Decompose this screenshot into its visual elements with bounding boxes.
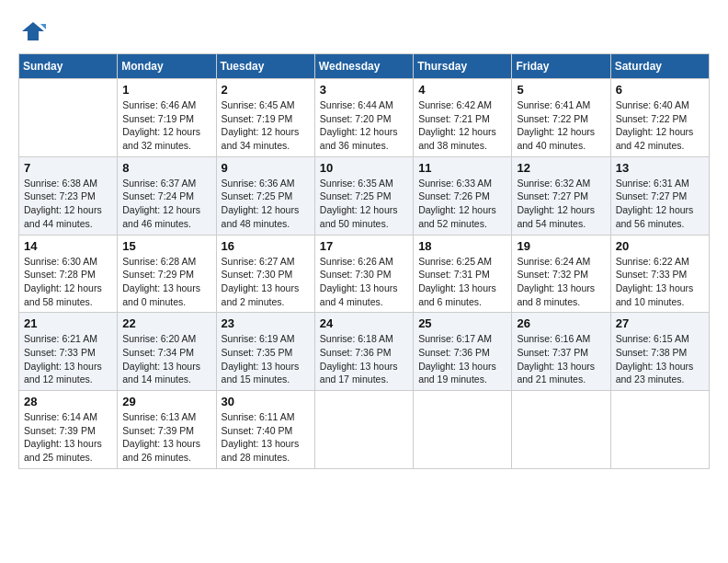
day-number: 9 — [222, 161, 310, 175]
calendar-cell: 18Sunrise: 6:25 AMSunset: 7:31 PMDayligh… — [414, 235, 512, 313]
day-number: 6 — [616, 83, 704, 97]
day-number: 30 — [222, 395, 310, 408]
cell-info: Sunrise: 6:17 AMSunset: 7:36 PMDaylight:… — [418, 332, 506, 386]
cell-info: Sunrise: 6:16 AMSunset: 7:37 PMDaylight:… — [517, 332, 605, 386]
day-number: 22 — [122, 316, 210, 330]
calendar-cell: 11Sunrise: 6:33 AMSunset: 7:26 PMDayligh… — [414, 156, 512, 235]
weekday-header-friday: Friday — [512, 54, 610, 79]
calendar-body: 1Sunrise: 6:46 AMSunset: 7:19 PMDaylight… — [19, 79, 710, 469]
calendar-cell: 19Sunrise: 6:24 AMSunset: 7:32 PMDayligh… — [512, 235, 610, 313]
calendar-cell: 23Sunrise: 6:19 AMSunset: 7:35 PMDayligh… — [216, 313, 314, 391]
day-number: 16 — [222, 239, 310, 253]
calendar-cell: 3Sunrise: 6:44 AMSunset: 7:20 PMDaylight… — [314, 79, 413, 157]
calendar-cell: 21Sunrise: 6:21 AMSunset: 7:33 PMDayligh… — [19, 313, 118, 391]
cell-info: Sunrise: 6:31 AMSunset: 7:27 PMDaylight:… — [616, 177, 704, 231]
day-number: 7 — [24, 161, 112, 175]
weekday-header-wednesday: Wednesday — [314, 54, 413, 79]
calendar-cell: 6Sunrise: 6:40 AMSunset: 7:22 PMDaylight… — [610, 79, 709, 157]
cell-info: Sunrise: 6:28 AMSunset: 7:29 PMDaylight:… — [122, 255, 210, 309]
calendar-cell: 30Sunrise: 6:11 AMSunset: 7:40 PMDayligh… — [216, 391, 314, 469]
day-number: 4 — [418, 83, 506, 97]
cell-info: Sunrise: 6:38 AMSunset: 7:23 PMDaylight:… — [24, 177, 112, 231]
cell-info: Sunrise: 6:18 AMSunset: 7:36 PMDaylight:… — [320, 332, 408, 386]
day-number: 27 — [616, 316, 704, 330]
calendar-cell: 16Sunrise: 6:27 AMSunset: 7:30 PMDayligh… — [216, 235, 314, 313]
svg-marker-1 — [40, 24, 46, 29]
calendar-cell: 25Sunrise: 6:17 AMSunset: 7:36 PMDayligh… — [414, 313, 512, 391]
cell-info: Sunrise: 6:26 AMSunset: 7:30 PMDaylight:… — [320, 255, 408, 309]
page-header — [18, 18, 710, 44]
cell-info: Sunrise: 6:30 AMSunset: 7:28 PMDaylight:… — [24, 255, 112, 309]
cell-info: Sunrise: 6:20 AMSunset: 7:34 PMDaylight:… — [122, 332, 210, 386]
day-number: 14 — [24, 239, 112, 253]
svg-marker-0 — [22, 22, 44, 40]
calendar-cell: 17Sunrise: 6:26 AMSunset: 7:30 PMDayligh… — [314, 235, 413, 313]
weekday-header-row: SundayMondayTuesdayWednesdayThursdayFrid… — [19, 54, 710, 79]
cell-info: Sunrise: 6:40 AMSunset: 7:22 PMDaylight:… — [616, 98, 704, 153]
day-number: 17 — [320, 239, 408, 253]
calendar-cell — [610, 391, 709, 469]
cell-info: Sunrise: 6:32 AMSunset: 7:27 PMDaylight:… — [517, 177, 605, 231]
weekday-header-monday: Monday — [118, 54, 216, 79]
day-number: 25 — [418, 316, 506, 330]
weekday-header-tuesday: Tuesday — [216, 54, 314, 79]
calendar-week-5: 28Sunrise: 6:14 AMSunset: 7:39 PMDayligh… — [19, 391, 710, 469]
weekday-header-sunday: Sunday — [19, 54, 118, 79]
cell-info: Sunrise: 6:24 AMSunset: 7:32 PMDaylight:… — [517, 255, 605, 309]
cell-info: Sunrise: 6:15 AMSunset: 7:38 PMDaylight:… — [616, 332, 704, 386]
calendar-header: SundayMondayTuesdayWednesdayThursdayFrid… — [19, 54, 710, 79]
cell-info: Sunrise: 6:42 AMSunset: 7:21 PMDaylight:… — [418, 98, 506, 153]
day-number: 20 — [616, 239, 704, 253]
calendar-cell: 28Sunrise: 6:14 AMSunset: 7:39 PMDayligh… — [19, 391, 118, 469]
calendar-cell: 5Sunrise: 6:41 AMSunset: 7:22 PMDaylight… — [512, 79, 610, 157]
cell-info: Sunrise: 6:36 AMSunset: 7:25 PMDaylight:… — [222, 177, 310, 231]
calendar-cell: 26Sunrise: 6:16 AMSunset: 7:37 PMDayligh… — [512, 313, 610, 391]
calendar-cell: 15Sunrise: 6:28 AMSunset: 7:29 PMDayligh… — [118, 235, 216, 313]
calendar-cell — [314, 391, 413, 469]
day-number: 12 — [517, 161, 605, 175]
cell-info: Sunrise: 6:45 AMSunset: 7:19 PMDaylight:… — [222, 98, 310, 153]
day-number: 1 — [122, 83, 210, 97]
cell-info: Sunrise: 6:25 AMSunset: 7:31 PMDaylight:… — [418, 255, 506, 309]
calendar-table: SundayMondayTuesdayWednesdayThursdayFrid… — [18, 53, 710, 469]
cell-info: Sunrise: 6:21 AMSunset: 7:33 PMDaylight:… — [24, 332, 112, 386]
day-number: 2 — [222, 83, 310, 97]
day-number: 15 — [122, 239, 210, 253]
calendar-cell: 14Sunrise: 6:30 AMSunset: 7:28 PMDayligh… — [19, 235, 118, 313]
calendar-cell: 27Sunrise: 6:15 AMSunset: 7:38 PMDayligh… — [610, 313, 709, 391]
logo-icon — [20, 18, 46, 44]
day-number: 13 — [616, 161, 704, 175]
day-number: 29 — [122, 395, 210, 408]
day-number: 5 — [517, 83, 605, 97]
day-number: 3 — [320, 83, 408, 97]
calendar-cell: 9Sunrise: 6:36 AMSunset: 7:25 PMDaylight… — [216, 156, 314, 235]
day-number: 10 — [320, 161, 408, 175]
cell-info: Sunrise: 6:19 AMSunset: 7:35 PMDaylight:… — [222, 332, 310, 386]
cell-info: Sunrise: 6:13 AMSunset: 7:39 PMDaylight:… — [122, 410, 210, 465]
day-number: 8 — [122, 161, 210, 175]
calendar-cell: 1Sunrise: 6:46 AMSunset: 7:19 PMDaylight… — [118, 79, 216, 157]
day-number: 23 — [222, 316, 310, 330]
day-number: 21 — [24, 316, 112, 330]
cell-info: Sunrise: 6:11 AMSunset: 7:40 PMDaylight:… — [222, 410, 310, 465]
calendar-cell — [414, 391, 512, 469]
weekday-header-saturday: Saturday — [610, 54, 709, 79]
cell-info: Sunrise: 6:41 AMSunset: 7:22 PMDaylight:… — [517, 98, 605, 153]
calendar-cell: 20Sunrise: 6:22 AMSunset: 7:33 PMDayligh… — [610, 235, 709, 313]
calendar-week-2: 7Sunrise: 6:38 AMSunset: 7:23 PMDaylight… — [19, 156, 710, 235]
cell-info: Sunrise: 6:37 AMSunset: 7:24 PMDaylight:… — [122, 177, 210, 231]
calendar-cell: 7Sunrise: 6:38 AMSunset: 7:23 PMDaylight… — [19, 156, 118, 235]
calendar-week-3: 14Sunrise: 6:30 AMSunset: 7:28 PMDayligh… — [19, 235, 710, 313]
day-number: 19 — [517, 239, 605, 253]
cell-info: Sunrise: 6:22 AMSunset: 7:33 PMDaylight:… — [616, 255, 704, 309]
day-number: 24 — [320, 316, 408, 330]
calendar-cell — [19, 79, 118, 157]
calendar-cell: 24Sunrise: 6:18 AMSunset: 7:36 PMDayligh… — [314, 313, 413, 391]
calendar-cell — [512, 391, 610, 469]
day-number: 28 — [24, 395, 112, 408]
cell-info: Sunrise: 6:46 AMSunset: 7:19 PMDaylight:… — [122, 98, 210, 153]
day-number: 26 — [517, 316, 605, 330]
calendar-cell: 13Sunrise: 6:31 AMSunset: 7:27 PMDayligh… — [610, 156, 709, 235]
weekday-header-thursday: Thursday — [414, 54, 512, 79]
calendar-cell: 2Sunrise: 6:45 AMSunset: 7:19 PMDaylight… — [216, 79, 314, 157]
